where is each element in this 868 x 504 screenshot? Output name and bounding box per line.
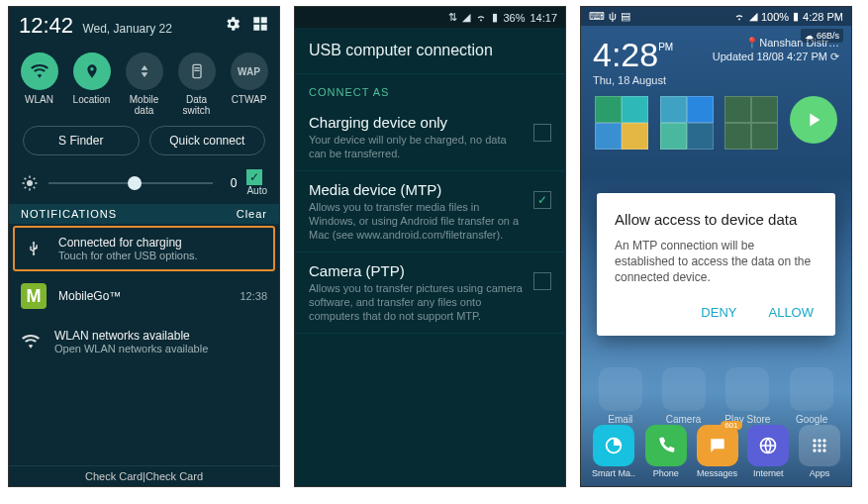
clock-time: 4:28	[593, 36, 658, 73]
dialog-title: Allow access to device data	[615, 211, 818, 228]
notification-shade-screen: 12:42 Wed, January 22 WLAN Location Mobi…	[8, 6, 280, 487]
brightness-value: 0	[223, 176, 237, 190]
dock-label: Apps	[810, 468, 830, 478]
svg-rect-2	[253, 25, 259, 31]
notif-title: MobileGo™	[58, 289, 121, 303]
grid-menu-icon[interactable]	[251, 15, 269, 33]
shade-footer[interactable]: Check Card|Check Card	[9, 465, 279, 486]
dock: Smart Ma.. Phone 601Messages Internet Ap…	[581, 421, 851, 482]
weather-updated: Updated 18/08 4:27 PM	[713, 50, 827, 62]
qs-location[interactable]: Location	[68, 52, 116, 116]
dock-smart-manager[interactable]: Smart Ma..	[592, 425, 635, 478]
svg-line-15	[34, 177, 36, 179]
dock-label: Smart Ma..	[592, 468, 635, 478]
deny-button[interactable]: DENY	[697, 297, 740, 328]
notif-sub: Touch for other USB options.	[58, 250, 198, 261]
running-icon: ▤	[621, 10, 630, 23]
option-title: Media device (MTP)	[309, 181, 526, 198]
network-speed-widget: ☁ 66B/s	[801, 29, 843, 43]
wap-icon: WAP	[231, 52, 268, 90]
usb-settings-screen: ⇅ ◢ ▮ 36% 14:17 USB computer connection …	[294, 6, 566, 487]
s-finder-button[interactable]: S Finder	[23, 126, 140, 155]
status-time: 14:17	[530, 12, 557, 24]
battery-icon: ▮	[492, 11, 498, 24]
checkbox[interactable]	[533, 272, 551, 290]
folder-widget-2[interactable]	[660, 96, 714, 150]
auto-brightness-label: Auto	[246, 185, 267, 196]
wifi-icon	[21, 333, 43, 351]
quick-settings-row: WLAN Location Mobile data Data switch WA…	[9, 45, 279, 120]
quick-connect-button[interactable]: Quick connect	[149, 126, 266, 155]
option-title: Camera (PTP)	[309, 262, 526, 279]
status-date: Wed, January 22	[82, 22, 172, 36]
keyboard-icon: ⌨	[589, 10, 605, 23]
notif-title: WLAN networks available	[54, 329, 208, 343]
checkbox[interactable]	[533, 124, 551, 142]
brightness-slider[interactable]	[48, 182, 213, 184]
mobile-data-icon: ⇅	[448, 11, 457, 24]
option-charging-only[interactable]: Charging device only Your device will on…	[295, 104, 565, 171]
app-play-store[interactable]: Play Store	[724, 367, 770, 425]
app-camera[interactable]: Camera	[662, 367, 706, 425]
notification-item-usb[interactable]: Connected for charging Touch for other U…	[13, 226, 275, 271]
clock-ampm: PM	[658, 42, 673, 52]
status-bar: ⌨ ψ ▤ ◢ 100% ▮ 4:28 PM	[581, 7, 851, 26]
battery-icon: ▮	[793, 10, 799, 23]
dock-label: Internet	[753, 468, 784, 478]
option-desc: Your device will only be charged, no dat…	[309, 133, 526, 160]
status-left-icons: ⌨ ψ ▤	[589, 10, 630, 23]
svg-line-12	[25, 177, 27, 179]
qs-data-switch[interactable]: Data switch	[173, 52, 221, 116]
status-battery: 36%	[503, 12, 525, 24]
refresh-icon[interactable]: ⟳	[830, 50, 839, 62]
dock-internet[interactable]: Internet	[747, 425, 789, 478]
usb-icon	[25, 238, 47, 259]
qs-ctwap[interactable]: WAPCTWAP	[226, 52, 273, 116]
mobilego-icon: M	[21, 283, 47, 309]
dock-apps[interactable]: Apps	[799, 425, 840, 478]
status-bar: 12:42 Wed, January 22	[9, 7, 279, 45]
allow-button[interactable]: ALLOW	[764, 297, 818, 328]
qs-data-switch-label: Data switch	[173, 94, 221, 116]
home-mtp-dialog-screen: ⌨ ψ ▤ ◢ 100% ▮ 4:28 PM ☁ 66B/s 4:28PM Th…	[580, 6, 852, 487]
brightness-icon	[21, 174, 39, 192]
qs-ctwap-label: CTWAP	[226, 94, 273, 105]
status-time: 12:42	[19, 13, 73, 38]
settings-icon[interactable]	[224, 15, 241, 33]
notification-item-wlan[interactable]: WLAN networks available Open WLAN networ…	[9, 319, 279, 364]
option-desc: Allows you to transfer media files in Wi…	[309, 200, 526, 242]
auto-brightness-checkbox[interactable]: ✓	[246, 169, 262, 185]
svg-point-24	[813, 449, 816, 452]
option-desc: Allows you to transfer pictures using ca…	[309, 281, 526, 323]
status-battery: 100%	[761, 11, 789, 23]
svg-point-22	[818, 444, 820, 447]
notifications-header: NOTIFICATIONS	[21, 208, 117, 220]
qs-wlan[interactable]: WLAN	[16, 52, 63, 116]
svg-point-23	[822, 444, 825, 447]
svg-rect-0	[253, 17, 259, 23]
notification-item-mobilego[interactable]: M MobileGo™ 12:38	[9, 273, 279, 319]
app-google[interactable]: Google	[790, 367, 833, 425]
usb-icon: ψ	[609, 10, 617, 23]
folder-widget-1[interactable]	[595, 96, 648, 150]
dialog-body: An MTP connection will be established to…	[615, 238, 818, 285]
svg-point-7	[27, 180, 33, 186]
dock-messages[interactable]: 601Messages	[697, 425, 738, 478]
option-mtp[interactable]: Media device (MTP) Allows you to transfe…	[295, 171, 565, 252]
qs-mobile-data[interactable]: Mobile data	[121, 52, 168, 116]
dock-phone[interactable]: Phone	[645, 425, 687, 478]
clear-button[interactable]: Clear	[237, 208, 267, 220]
qs-mobile-data-label: Mobile data	[121, 94, 168, 116]
notif-sub: Open WLAN networks available	[54, 343, 208, 354]
fab-button[interactable]	[790, 96, 837, 144]
app-email[interactable]: Email	[599, 367, 642, 425]
wifi-icon	[475, 13, 487, 23]
notif-timestamp: 12:38	[240, 290, 267, 302]
checkbox[interactable]: ✓	[533, 191, 551, 209]
badge: 601	[721, 421, 741, 430]
svg-rect-3	[261, 25, 267, 31]
folder-widget-3[interactable]	[724, 96, 778, 150]
location-pin-icon: 📍	[745, 37, 759, 49]
option-ptp[interactable]: Camera (PTP) Allows you to transfer pict…	[295, 252, 565, 334]
svg-point-18	[813, 439, 816, 442]
